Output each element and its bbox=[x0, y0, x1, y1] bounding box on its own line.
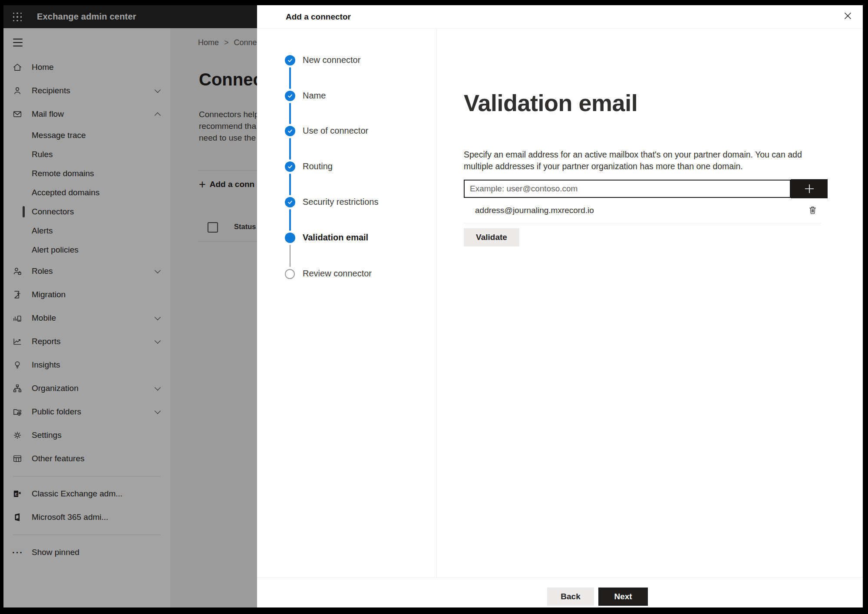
step-connector-line bbox=[289, 174, 291, 195]
back-button[interactable]: Back bbox=[547, 588, 594, 606]
step-connector-line bbox=[289, 209, 291, 231]
app-window: Exchange admin center Home Recipients Ma… bbox=[3, 5, 863, 607]
wizard-step-security-restrictions[interactable]: Security restrictions bbox=[257, 197, 436, 207]
step-upcoming-icon bbox=[285, 269, 295, 279]
step-completed-icon bbox=[285, 91, 295, 101]
add-email-button[interactable] bbox=[791, 179, 828, 198]
wizard-step-validation-email[interactable]: Validation email bbox=[257, 233, 436, 243]
email-address-value: address@journaling.mxrecord.io bbox=[475, 206, 594, 215]
validation-email-heading: Validation email bbox=[464, 89, 637, 116]
validation-email-description: Specify an email address for an active m… bbox=[464, 149, 813, 172]
modal-footer-divider bbox=[257, 577, 863, 578]
step-completed-icon bbox=[285, 197, 295, 207]
step-connector-line bbox=[290, 245, 291, 267]
step-completed-icon bbox=[285, 55, 295, 66]
validate-button[interactable]: Validate bbox=[464, 228, 519, 246]
next-button[interactable]: Next bbox=[598, 588, 648, 606]
wizard-step-name[interactable]: Name bbox=[257, 91, 436, 101]
wizard-divider bbox=[436, 29, 437, 577]
screenshot-frame: Exchange admin center Home Recipients Ma… bbox=[0, 0, 868, 614]
step-completed-icon bbox=[285, 126, 295, 136]
step-connector-line bbox=[289, 103, 291, 124]
modal-header-divider bbox=[257, 28, 863, 29]
step-current-icon bbox=[285, 233, 295, 243]
wizard-step-routing[interactable]: Routing bbox=[257, 161, 436, 172]
modal-title: Add a connector bbox=[286, 5, 351, 28]
step-connector-line bbox=[289, 67, 291, 89]
add-connector-modal: Add a connector New connector bbox=[257, 5, 863, 607]
close-icon[interactable] bbox=[842, 10, 854, 22]
email-address-row: address@journaling.mxrecord.io bbox=[464, 198, 821, 223]
wizard-step-use-of-connector[interactable]: Use of connector bbox=[257, 126, 436, 136]
wizard-step-review-connector[interactable]: Review connector bbox=[257, 269, 436, 279]
delete-address-icon[interactable] bbox=[807, 204, 818, 216]
step-connector-line bbox=[289, 138, 291, 160]
step-completed-icon bbox=[285, 161, 295, 172]
validation-email-input[interactable] bbox=[464, 180, 791, 198]
wizard-step-new-connector[interactable]: New connector bbox=[257, 55, 436, 66]
